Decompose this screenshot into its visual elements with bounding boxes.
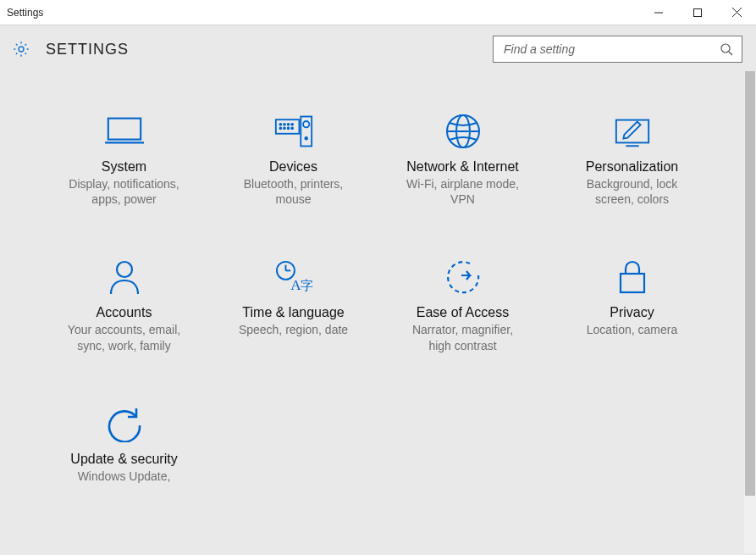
maximize-button[interactable] [678,0,717,25]
category-desc: Bluetooth, printers, mouse [244,176,344,207]
svg-point-26 [117,262,132,277]
personalization-icon [613,112,652,151]
svg-rect-1 [694,8,702,16]
category-system[interactable]: System Display, notifications, apps, pow… [40,112,209,207]
category-title: Network & Internet [406,159,519,175]
window-title: Settings [0,7,43,19]
svg-point-10 [279,124,281,125]
scrollbar-thumb[interactable] [745,71,755,496]
search-input[interactable] [502,42,720,57]
category-desc: Your accounts, email, sync, work, family [68,322,180,352]
svg-rect-9 [275,119,299,134]
category-title: Personalization [586,159,678,175]
category-network[interactable]: Network & Internet Wi-Fi, airplane mode,… [378,112,548,207]
category-title: Devices [269,159,317,175]
gear-icon [12,40,30,58]
svg-point-14 [279,127,281,129]
minimize-icon [654,8,663,17]
category-privacy[interactable]: Privacy Location, camera [548,258,717,352]
devices-icon [274,112,313,151]
svg-point-4 [19,47,24,52]
search-icon [720,42,733,56]
svg-rect-32 [621,274,644,292]
category-time-language[interactable]: A 字 Time & language Speech, region, date [209,258,378,352]
globe-icon [444,112,483,151]
category-devices[interactable]: Devices Bluetooth, printers, mouse [209,112,378,207]
svg-point-17 [291,127,293,129]
category-title: Update & security [70,452,177,467]
category-desc: Display, notifications, apps, power [69,176,179,207]
category-accounts[interactable]: Accounts Your accounts, email, sync, wor… [40,258,209,352]
system-icon [105,112,144,151]
category-desc: Speech, region, date [239,322,348,337]
content-area: System Display, notifications, apps, pow… [0,71,756,553]
svg-rect-24 [615,120,648,143]
lock-icon [613,258,652,297]
maximize-icon [693,8,702,17]
ease-of-access-icon [444,258,483,297]
category-title: Privacy [610,305,654,320]
header: SETTINGS [0,25,756,71]
category-title: System [102,159,146,175]
update-icon [105,404,144,443]
svg-line-6 [729,52,732,55]
category-title: Ease of Access [417,305,509,320]
svg-point-15 [284,127,285,129]
category-desc: Location, camera [587,322,677,337]
category-desc: Wi-Fi, airplane mode, VPN [406,176,519,207]
svg-rect-7 [108,119,140,140]
category-desc: Background, lock screen, colors [587,176,677,207]
scrollbar[interactable] [744,71,756,553]
minimize-button[interactable] [639,0,678,25]
close-icon [732,8,742,17]
svg-point-20 [305,137,307,140]
header-left: SETTINGS [12,40,129,58]
search-box[interactable] [493,36,742,63]
time-language-icon: A 字 [274,258,313,297]
person-icon [105,258,144,297]
svg-point-11 [284,124,285,125]
category-desc: Windows Update, [78,469,171,484]
category-ease-of-access[interactable]: Ease of Access Narrator, magnifier, high… [378,258,548,352]
svg-point-16 [287,127,289,129]
svg-text:字: 字 [300,279,312,293]
svg-point-12 [287,124,289,125]
category-title: Time & language [242,305,344,320]
category-desc: Narrator, magnifier, high contrast [412,322,513,352]
category-update-security[interactable]: Update & security Windows Update, [40,404,209,484]
svg-point-5 [721,44,730,53]
category-title: Accounts [97,305,152,320]
svg-point-19 [303,121,309,127]
window-controls [639,0,756,25]
svg-point-13 [291,124,293,125]
category-personalization[interactable]: Personalization Background, lock screen,… [548,112,717,207]
close-button[interactable] [717,0,756,25]
page-title: SETTINGS [46,41,129,58]
window-titlebar: Settings [0,0,756,25]
category-grid: System Display, notifications, apps, pow… [0,71,756,484]
